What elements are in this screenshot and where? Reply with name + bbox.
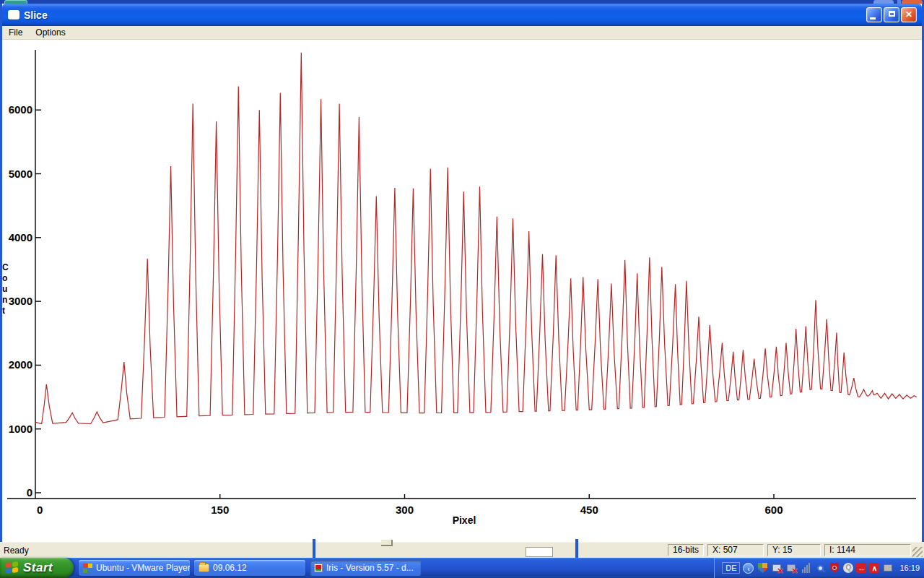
svg-text:6000: 6000 — [9, 103, 32, 116]
slice-window: Slice ✕ File Options 0100020003000400050… — [0, 4, 924, 542]
taskbar-button-iris[interactable]: Iris - Version 5.57 - d... — [310, 560, 421, 576]
window-box-artifact — [526, 547, 553, 557]
taskbar: Start Ubuntu - VMware Player 09.06.12 Ir… — [0, 558, 924, 578]
window-icon — [8, 10, 19, 20]
bit-depth-panel: 16-bits — [668, 544, 704, 556]
vmware-icon — [83, 564, 92, 573]
slice-intensity-profile — [35, 53, 917, 424]
windows-logo-icon — [6, 561, 19, 574]
resize-grip[interactable] — [912, 547, 923, 557]
security-center-icon[interactable] — [757, 562, 768, 574]
cursor-y-panel: Y: 15 — [767, 544, 821, 556]
intensity-panel: I: 1144 — [824, 544, 911, 556]
iris-app-icon — [314, 564, 323, 572]
status-bar: Ready 16-bits X: 507 Y: 15 I: 1144 — [0, 542, 924, 558]
status-ready-text: Ready — [4, 545, 29, 556]
svg-text:0: 0 — [37, 504, 43, 516]
sync-arrows-icon[interactable]: ↔ — [856, 563, 866, 573]
menu-file[interactable]: File — [2, 26, 29, 39]
window-border-divider — [313, 539, 315, 558]
cursor-x-panel: X: 507 — [707, 544, 764, 556]
svg-text:450: 450 — [580, 504, 598, 516]
taskbar-button-vmware[interactable]: Ubuntu - VMware Player — [79, 560, 190, 576]
svg-text:600: 600 — [764, 504, 783, 516]
taskbar-button-label: Iris - Version 5.57 - d... — [326, 563, 414, 573]
language-indicator[interactable]: DE — [722, 562, 740, 574]
folder-icon — [199, 564, 209, 572]
close-button[interactable]: ✕ — [901, 7, 917, 22]
taskbar-button-label: 09.06.12 — [213, 563, 247, 573]
network-error-icon[interactable]: ✕ — [785, 562, 797, 574]
taskbar-button-label: Ubuntu - VMware Player — [96, 563, 190, 573]
taskbar-button-folder[interactable]: 09.06.12 — [194, 560, 305, 576]
clock[interactable]: 16:19 — [899, 564, 920, 572]
window-corner-artifact — [381, 540, 393, 546]
svg-text:1000: 1000 — [9, 423, 32, 435]
window-border-divider — [575, 539, 578, 558]
display-error-icon[interactable]: ✕ — [771, 562, 783, 574]
signal-strength-icon[interactable] — [800, 562, 811, 574]
hide-icons-chevron-icon[interactable]: ‹ — [743, 563, 754, 574]
remote-desktop-icon[interactable] — [882, 562, 894, 574]
x-axis-label: Pixel — [443, 514, 486, 526]
system-tray: DE ‹ ✕ ✕ Q ↔ ∧ 16:19 — [714, 558, 924, 578]
svg-text:2000: 2000 — [9, 358, 32, 371]
start-label: Start — [23, 561, 53, 575]
window-title: Slice — [24, 9, 48, 21]
antivirus-shield-icon[interactable] — [829, 562, 840, 574]
maximize-button[interactable] — [884, 7, 899, 22]
desktop: Slice ✕ File Options 0100020003000400050… — [0, 0, 924, 578]
menu-bar: File Options — [2, 26, 922, 40]
slice-chart: 01000200030004000500060000150300450600 — [2, 40, 922, 538]
quicktime-icon[interactable]: Q — [843, 563, 853, 573]
title-bar[interactable]: Slice ✕ — [2, 4, 922, 26]
avira-icon[interactable]: ∧ — [869, 563, 879, 573]
svg-text:5000: 5000 — [9, 168, 32, 180]
y-axis-label: Count — [2, 262, 10, 316]
svg-text:3000: 3000 — [9, 295, 32, 307]
svg-text:4000: 4000 — [9, 231, 32, 243]
svg-text:150: 150 — [211, 504, 229, 516]
plot-area: 01000200030004000500060000150300450600 P… — [2, 40, 922, 538]
magnifier-icon[interactable] — [814, 562, 826, 574]
menu-options[interactable]: Options — [29, 26, 71, 39]
minimize-button[interactable] — [866, 7, 882, 22]
svg-text:300: 300 — [396, 504, 414, 516]
start-button[interactable]: Start — [0, 558, 74, 578]
svg-text:0: 0 — [27, 486, 32, 499]
